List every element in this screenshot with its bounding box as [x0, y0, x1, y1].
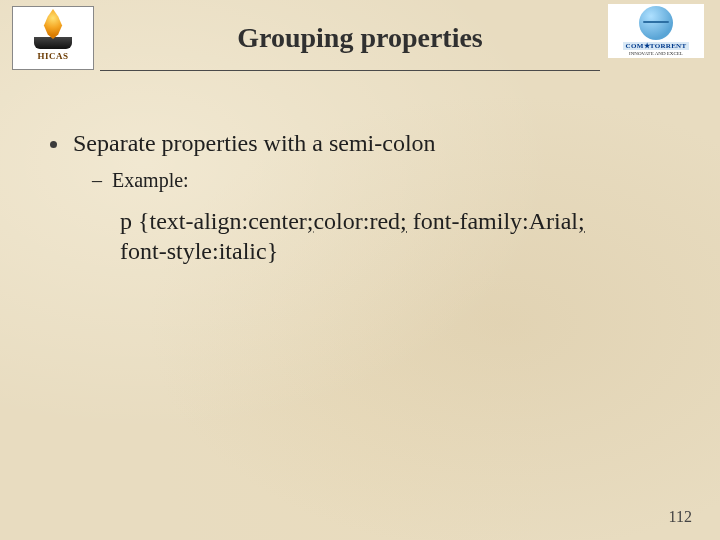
code-part-2: color:red [313, 208, 400, 234]
page-number: 112 [669, 508, 692, 526]
slide-title: Grouping properties [0, 22, 720, 54]
slide-body: Separate properties with a semi-colon – … [50, 130, 670, 266]
bullet-2-text: Example: [112, 169, 189, 192]
code-part-4: font-style:italic} [120, 238, 278, 264]
bullet-1-text: Separate properties with a semi-colon [73, 130, 436, 157]
semicolon-2: ; [400, 208, 407, 234]
title-underline [100, 70, 600, 71]
bullet-dash-icon: – [92, 169, 102, 192]
code-part-1: p {text-align:center [120, 208, 307, 234]
code-part-3: font-family:Arial [407, 208, 578, 234]
code-example: p {text-align:center;color:red; font-fam… [120, 206, 610, 266]
bullet-level-2: – Example: [92, 169, 670, 192]
semicolon-3: ; [578, 208, 585, 234]
bullet-dot-icon [50, 141, 57, 148]
bullet-level-1: Separate properties with a semi-colon [50, 130, 670, 157]
